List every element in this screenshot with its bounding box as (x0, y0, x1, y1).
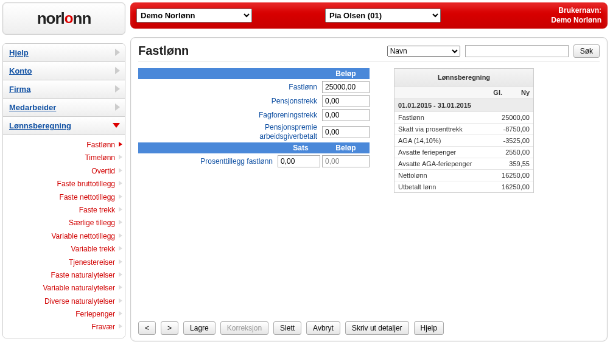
chevron-right-icon (115, 103, 120, 111)
calc-title: Lønnsberegning (394, 69, 533, 86)
sub-faste-nettotillegg[interactable]: Faste nettotillegg (3, 191, 125, 204)
sub-faste-naturalytelser[interactable]: Faste naturalytelser (3, 269, 125, 282)
chevron-right-icon (119, 311, 122, 316)
chevron-right-icon (119, 207, 122, 212)
calc-col-gl: Gl. (479, 86, 506, 99)
input-pensjonspremie[interactable] (322, 126, 370, 138)
sub-variable-trekk[interactable]: Variable trekk (3, 243, 125, 256)
sub-fastlonn[interactable]: Fastlønn (3, 139, 125, 152)
lagre-button[interactable]: Lagre (183, 321, 216, 335)
top-bar: Demo Norlønn Pia Olsen (01) Brukernavn: … (130, 2, 608, 29)
label-prosenttillegg: Prosenttillegg fastlønn (138, 157, 278, 166)
input-pensjonstrekk[interactable] (322, 95, 370, 107)
fields-grid: Beløp Fastlønn Pensjonstrekk Fagforening… (138, 68, 370, 193)
logo: norlonn (2, 2, 125, 35)
menu-medarbeider[interactable]: Medarbeider (3, 99, 125, 117)
label-pensjonstrekk: Pensjonstrekk (138, 97, 322, 105)
sub-faste-trekk[interactable]: Faste trekk (3, 204, 125, 217)
input-prosenttillegg-sats[interactable] (278, 155, 320, 167)
col-belop2: Beløp (322, 142, 370, 153)
menu-firma[interactable]: Firma (3, 80, 125, 99)
avbryt-button[interactable]: Avbryt (306, 321, 340, 335)
sub-variable-naturalytelser[interactable]: Variable naturalytelser (3, 282, 125, 295)
search-by-select[interactable]: Navn (387, 46, 460, 57)
company-select[interactable]: Demo Norlønn (136, 9, 252, 23)
menu-konto[interactable]: Konto (3, 62, 125, 80)
sub-fravaer[interactable]: Fravær (3, 321, 125, 334)
chevron-right-icon (119, 285, 122, 290)
chevron-right-icon (119, 233, 122, 238)
label-fastlonn: Fastlønn (138, 83, 322, 91)
chevron-right-icon (119, 324, 122, 329)
sub-tjenestereiser[interactable]: Tjenestereiser (3, 256, 125, 269)
chevron-right-icon (119, 142, 122, 147)
chevron-right-icon (115, 49, 120, 56)
footer-bar: < > Lagre Korreksjon Slett Avbryt Skriv … (138, 321, 600, 335)
input-fagforeningstrekk[interactable] (322, 109, 370, 121)
label-pensjonspremie: Pensjonspremie arbeidsgiverbetalt (138, 123, 322, 141)
search-button[interactable]: Søk (573, 44, 600, 58)
sub-diverse-naturalytelser[interactable]: Diverse naturalytelser (3, 295, 125, 308)
chevron-right-icon (119, 298, 122, 303)
search-input[interactable] (465, 45, 569, 57)
chevron-right-icon (119, 246, 122, 251)
sub-overtid[interactable]: Overtid (3, 165, 125, 178)
chevron-right-icon (119, 194, 122, 199)
employee-select[interactable]: Pia Olsen (01) (325, 9, 441, 23)
korreksjon-button: Korreksjon (220, 321, 268, 335)
prev-button[interactable]: < (138, 321, 156, 335)
chevron-right-icon (119, 220, 122, 225)
sub-faste-bruttotillegg[interactable]: Faste bruttotillegg (3, 178, 125, 191)
col-sats: Sats (279, 142, 322, 153)
sub-variable-nettotillegg[interactable]: Variable nettotillegg (3, 230, 125, 243)
sub-saerlige-tillegg[interactable]: Særlige tillegg (3, 217, 125, 229)
menu-lonnsberegning[interactable]: Lønnsberegning (3, 117, 125, 135)
chevron-right-icon (119, 259, 122, 264)
page-title: Fastlønn (138, 44, 382, 58)
label-fagforeningstrekk: Fagforeningstrekk (138, 111, 322, 119)
calc-col-ny: Ny (506, 86, 533, 99)
next-button[interactable]: > (161, 321, 178, 335)
main-panel: Fastlønn Navn Søk Beløp Fastlønn P (130, 37, 608, 341)
chevron-right-icon (115, 67, 120, 74)
user-label: Brukernavn: (551, 6, 601, 16)
chevron-right-icon (119, 168, 122, 173)
slett-button[interactable]: Slett (273, 321, 301, 335)
calc-period: 01.01.2015 - 31.01.2015 (394, 99, 533, 111)
chevron-right-icon (115, 85, 120, 93)
input-prosenttillegg-belop (322, 155, 370, 167)
calc-box: Lønnsberegning Gl. Ny 01.01.2015 - 31.01… (394, 68, 534, 193)
user-name: Demo Norlønn (551, 16, 601, 26)
main-menu: Hjelp Konto Firma Medarbeider Lønnsbereg… (2, 43, 125, 338)
chevron-right-icon (119, 181, 122, 186)
hjelp-button[interactable]: Hjelp (414, 321, 444, 335)
skrivut-button[interactable]: Skriv ut detaljer (345, 321, 409, 335)
submenu: Fastlønn Timelønn Overtid Faste bruttoti… (3, 135, 125, 338)
chevron-down-icon (113, 123, 120, 128)
sub-timelonn[interactable]: Timelønn (3, 152, 125, 164)
sub-feriepenger[interactable]: Feriepenger (3, 308, 125, 321)
menu-hjelp[interactable]: Hjelp (3, 44, 125, 62)
chevron-right-icon (119, 272, 122, 277)
col-belop: Beløp (322, 68, 370, 79)
user-block: Brukernavn: Demo Norlønn (551, 6, 601, 25)
input-fastlonn[interactable] (322, 81, 370, 93)
chevron-right-icon (119, 155, 122, 159)
